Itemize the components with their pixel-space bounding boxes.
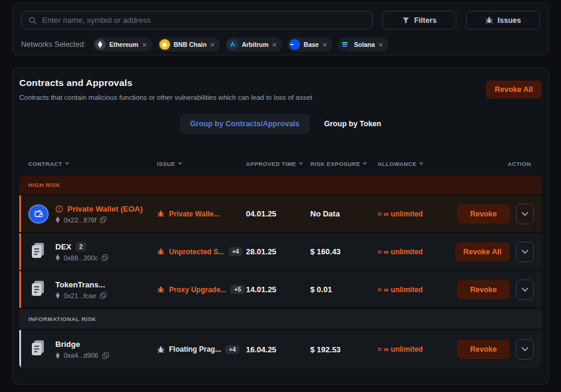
contract-address: 0xa4...d906 [64, 352, 99, 359]
contract-name[interactable]: Bridge [55, 340, 80, 349]
column-header-issue[interactable]: Issue [157, 161, 246, 167]
issues-label: Issues [498, 16, 521, 25]
network-chip-ethereum[interactable]: Ethereum × [93, 37, 152, 52]
copy-icon[interactable] [100, 216, 106, 223]
network-chip-bnb-chain[interactable]: BNB Chain × [158, 37, 220, 52]
remove-network-icon[interactable]: × [142, 41, 147, 49]
column-header-action: Action [450, 161, 542, 167]
issue-label[interactable]: Unprotected S... [169, 248, 224, 256]
issue-more-badge[interactable]: +4 [225, 345, 239, 354]
table-row: Bridge 0xa4...d906 [19, 330, 542, 369]
table-header-row: Contract Issue Approved Time Risk Exposu… [19, 155, 542, 172]
issues-button[interactable]: Issues [466, 11, 540, 29]
table-row: TokenTrans... 0x21...fcae [19, 271, 542, 308]
bug-icon [157, 346, 165, 354]
issue-label[interactable]: Floating Prag... [169, 345, 221, 354]
revoke-all-button[interactable]: Revoke All [486, 81, 542, 99]
contract-name[interactable]: DEX [55, 242, 72, 251]
bug-icon [485, 16, 493, 24]
issue-label[interactable]: Private Walle... [169, 210, 219, 218]
contract-count-badge: 2 [76, 242, 87, 251]
search-panel: Filters Issues Networks Selected: Ethere… [12, 2, 549, 55]
contract-doc-icon [28, 278, 49, 301]
allowance-value: ≈ ∞ unlimited [378, 210, 450, 218]
copy-icon[interactable] [100, 292, 106, 299]
filters-button[interactable]: Filters [382, 11, 456, 29]
column-header-approved-time[interactable]: Approved Time [246, 161, 310, 167]
bug-icon [157, 286, 165, 293]
remove-network-icon[interactable]: × [210, 41, 215, 49]
tab-group-by-contracts[interactable]: Group by Contracts/Approvals [180, 114, 310, 134]
tab-group-by-token[interactable]: Group by Token [324, 120, 381, 128]
eth-diamond-icon [55, 216, 60, 223]
search-input-wrapper[interactable] [21, 11, 373, 29]
risk-exposure: $ 160.43 [310, 247, 378, 256]
column-header-risk-exposure[interactable]: Risk Exposure [310, 161, 378, 167]
group-toggle: Group by Contracts/Approvals Group by To… [19, 114, 542, 134]
page-title: Contracts and Approvals [19, 78, 312, 88]
chevron-down-icon [521, 287, 529, 292]
sort-icon [65, 162, 69, 165]
approved-time: 04.01.25 [246, 209, 310, 218]
filters-label: Filters [414, 16, 437, 25]
approved-time: 28.01.25 [246, 247, 310, 256]
bnb-chain-icon [159, 39, 170, 50]
sort-icon [299, 162, 303, 165]
table-row: Private Wallet (EOA) 0x22...876f [19, 195, 542, 232]
approved-time: 14.01.25 [246, 285, 310, 294]
issue-label[interactable]: Proxy Upgrade... [169, 286, 226, 294]
column-header-allowance[interactable]: Allowance [378, 161, 450, 167]
copy-icon[interactable] [102, 352, 109, 359]
chevron-down-icon [521, 212, 529, 216]
remove-network-icon[interactable]: × [322, 41, 327, 49]
revoke-button[interactable]: Revoke [457, 340, 510, 359]
copy-icon[interactable] [102, 254, 108, 261]
revoke-button[interactable]: Revoke [457, 204, 510, 224]
expand-row-button[interactable] [516, 280, 534, 300]
networks-selected-row: Networks Selected: Ethereum × BNB Chain … [21, 37, 540, 52]
contract-name[interactable]: Private Wallet (EOA) [67, 204, 143, 213]
arbitrum-icon [227, 39, 238, 50]
issue-more-badge[interactable]: +4 [228, 247, 242, 256]
revoke-button[interactable]: Revoke [457, 280, 510, 299]
allowance-value: ≈ ∞ unlimited [378, 286, 450, 294]
contract-address: 0x88...300c [64, 254, 98, 262]
issue-more-badge[interactable]: +5 [230, 285, 244, 294]
network-chip-arbitrum[interactable]: Arbitrum × [225, 37, 282, 52]
approved-time: 16.04.25 [246, 345, 310, 354]
remove-network-icon[interactable]: × [272, 41, 277, 49]
networks-selected-label: Networks Selected: [21, 40, 86, 49]
bug-icon [157, 248, 165, 256]
expand-row-button[interactable] [516, 339, 534, 360]
solana-icon [340, 39, 351, 50]
base-icon [289, 39, 300, 50]
table-body: High Risk Private Wallet (EOA) [19, 176, 542, 369]
contract-address: 0x22...876f [64, 216, 96, 224]
sort-icon [178, 162, 182, 165]
sort-icon [363, 162, 367, 165]
eth-diamond-icon [55, 352, 60, 359]
column-header-contract[interactable]: Contract [19, 161, 157, 167]
filter-funnel-icon [402, 17, 409, 24]
network-chip-solana[interactable]: Solana × [338, 37, 388, 52]
expand-row-button[interactable] [516, 242, 534, 262]
section-banner-high-risk: High Risk [19, 176, 542, 194]
eth-diamond-icon [55, 254, 60, 261]
section-banner-informational-risk: Informational Risk [19, 309, 542, 329]
network-chip-base[interactable]: Base × [287, 37, 333, 52]
bug-icon [157, 210, 165, 218]
eth-diamond-icon [55, 292, 60, 299]
chevron-down-icon [521, 250, 529, 254]
search-input[interactable] [42, 16, 366, 25]
contract-address: 0x21...fcae [64, 292, 96, 299]
wallet-icon [28, 204, 49, 224]
chevron-down-icon [521, 347, 529, 352]
contract-doc-icon [28, 338, 49, 361]
revoke-all-row-button[interactable]: Revoke All [455, 242, 510, 262]
contract-name[interactable]: TokenTrans... [55, 280, 105, 289]
expand-row-button[interactable] [516, 204, 534, 224]
allowance-value: ≈ ∞ unlimited [378, 345, 450, 354]
remove-network-icon[interactable]: × [378, 41, 383, 49]
contract-doc-icon [28, 240, 49, 263]
contracts-approvals-panel: Contracts and Approvals Contracts that c… [12, 67, 549, 385]
